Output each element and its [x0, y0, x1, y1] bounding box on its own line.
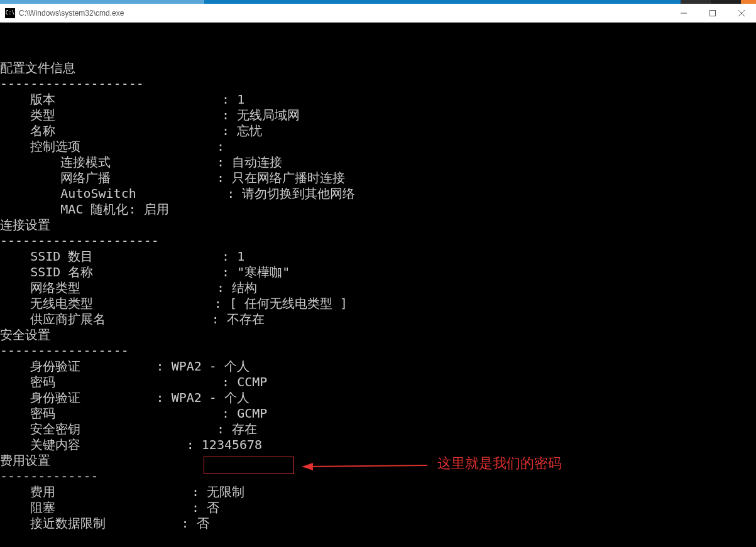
minimize-button[interactable]: [669, 4, 698, 23]
profile-row-2: 名称 : 忘忧: [0, 123, 756, 139]
security-row-5: 关键内容 : 12345678: [0, 437, 756, 453]
annotation-arrow: [302, 459, 434, 478]
annotation-text: 这里就是我们的密码: [437, 455, 562, 471]
svg-marker-5: [302, 463, 313, 470]
password-highlight-box: [204, 457, 294, 474]
cost-row-0: 费用 : 无限制: [0, 484, 756, 500]
maximize-button[interactable]: [698, 4, 727, 23]
profile-row-1: 类型 : 无线局域网: [0, 107, 756, 123]
conn-divider: ---------------------: [0, 233, 756, 249]
cost-row-2: 接近数据限制 : 否: [0, 516, 756, 531]
security-divider: -----------------: [0, 343, 756, 359]
conn-row-2: 网络类型 : 结构: [0, 280, 756, 296]
cmd-icon: C:\: [5, 8, 15, 18]
terminal-output: 配置文件信息------------------- 版本 : 1 类型 : 无线…: [0, 23, 756, 547]
security-row-1: 密码 : CCMP: [0, 374, 756, 390]
conn-row-1: SSID 名称 : "寒樺咖": [0, 264, 756, 280]
conn-header: 连接设置: [0, 217, 756, 233]
profile-row-7: MAC 随机化: 启用: [0, 202, 756, 217]
security-header: 安全设置: [0, 327, 756, 343]
svg-line-4: [311, 465, 427, 467]
profile-row-3: 控制选项 :: [0, 139, 756, 154]
security-row-2: 身份验证 : WPA2 - 个人: [0, 390, 756, 406]
profile-header: 配置文件信息: [0, 60, 756, 76]
security-row-4: 安全密钥 : 存在: [0, 421, 756, 437]
profile-divider: -------------------: [0, 76, 756, 92]
profile-row-6: AutoSwitch : 请勿切换到其他网络: [0, 186, 756, 202]
cost-row-1: 阻塞 : 否: [0, 500, 756, 516]
conn-row-3: 无线电类型 : [ 任何无线电类型 ]: [0, 296, 756, 311]
conn-row-0: SSID 数目 : 1: [0, 249, 756, 264]
svg-rect-1: [710, 11, 716, 16]
window-title: C:\Windows\system32\cmd.exe: [19, 9, 124, 18]
security-row-3: 密码 : GCMP: [0, 406, 756, 421]
profile-row-0: 版本 : 1: [0, 92, 756, 107]
profile-row-4: 连接模式 : 自动连接: [0, 154, 756, 170]
close-button[interactable]: [727, 4, 756, 23]
conn-row-4: 供应商扩展名 : 不存在: [0, 311, 756, 327]
security-row-0: 身份验证 : WPA2 - 个人: [0, 359, 756, 374]
window-titlebar: C:\ C:\Windows\system32\cmd.exe: [0, 4, 756, 23]
profile-row-5: 网络广播 : 只在网络广播时连接: [0, 170, 756, 186]
